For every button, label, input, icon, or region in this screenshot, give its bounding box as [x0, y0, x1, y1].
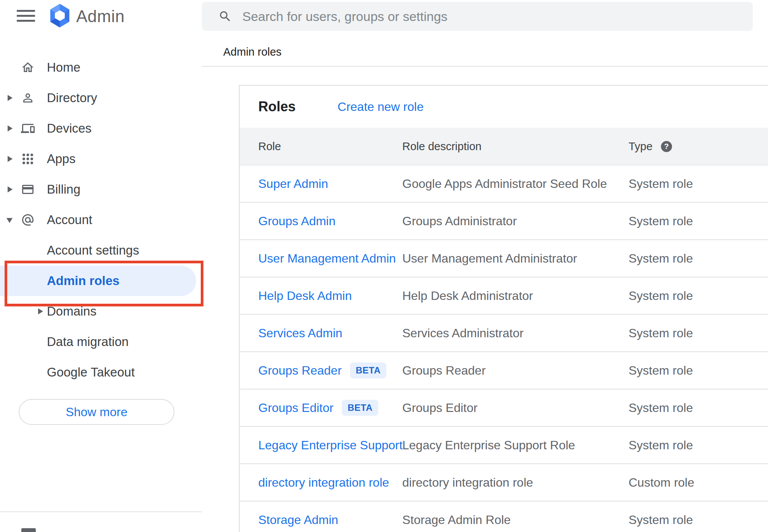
roles-panel: Roles Create new role Role Role descript…	[239, 85, 768, 532]
role-link[interactable]: Super Admin	[258, 165, 328, 202]
column-header-description: Role description	[402, 128, 482, 165]
column-header-role: Role	[258, 128, 281, 165]
role-description: Google Apps Administrator Seed Role	[402, 165, 607, 202]
panel-title: Roles	[258, 99, 296, 115]
table-row: directory integration role directory int…	[240, 464, 768, 502]
home-icon	[21, 61, 35, 74]
table-row: Groups Editor BETA Groups Editor System …	[240, 389, 768, 427]
admin-console-page: Admin Admin roles Home Directory Devices	[0, 0, 768, 532]
show-more-button[interactable]: Show more	[19, 399, 174, 425]
search-input[interactable]	[242, 9, 753, 24]
beta-badge: BETA	[342, 400, 378, 416]
apps-grid-icon	[21, 152, 35, 166]
role-type: System role	[629, 352, 693, 389]
role-type: System role	[629, 240, 693, 277]
collapse-down-icon[interactable]	[6, 218, 13, 223]
role-description: Legacy Enterprise Support Role	[402, 427, 575, 463]
table-row: Storage Admin Storage Admin Role System …	[240, 502, 768, 532]
sidebar-item-domains[interactable]: Domains	[0, 296, 202, 327]
person-icon	[21, 91, 35, 105]
sidebar-item-account-settings[interactable]: Account settings	[0, 235, 202, 266]
role-description: Groups Administrator	[402, 203, 517, 239]
role-link[interactable]: Legacy Enterprise Support	[258, 427, 403, 463]
beta-badge: BETA	[350, 362, 387, 378]
role-type: System role	[629, 502, 693, 532]
role-type: System role	[629, 315, 693, 351]
role-link[interactable]: Help Desk Admin	[258, 277, 352, 314]
role-description: Help Desk Administrator	[402, 277, 533, 314]
breadcrumb-divider	[202, 66, 768, 67]
table-row: Groups Admin Groups Administrator System…	[240, 203, 768, 240]
sidebar-item-apps[interactable]: Apps	[0, 144, 202, 174]
expand-right-icon[interactable]	[8, 125, 13, 131]
role-description: Groups Editor	[402, 389, 477, 426]
expand-right-icon[interactable]	[8, 186, 13, 192]
roles-table-body: Super Admin Google Apps Administrator Se…	[240, 165, 768, 532]
sidebar-item-account[interactable]: Account	[0, 205, 202, 235]
sidebar-item-devices[interactable]: Devices	[0, 113, 202, 144]
table-header-row: Role Role description Type ?	[240, 128, 768, 165]
table-row: Groups Reader BETA Groups Reader System …	[240, 352, 768, 389]
expand-right-icon[interactable]	[8, 95, 13, 101]
breadcrumb: Admin roles	[223, 46, 282, 58]
table-row: Help Desk Admin Help Desk Administrator …	[240, 277, 768, 315]
table-row: Services Admin Services Administrator Sy…	[240, 315, 768, 352]
role-type: System role	[629, 203, 693, 239]
role-link-with-badge[interactable]: Groups Reader BETA	[258, 352, 386, 389]
sidebar-item-directory[interactable]: Directory	[0, 83, 202, 113]
role-type: System role	[629, 427, 693, 463]
expand-right-icon[interactable]	[8, 156, 13, 162]
column-header-type: Type ?	[629, 128, 672, 165]
sidebar-item-data-migration[interactable]: Data migration	[0, 327, 202, 357]
role-type: System role	[629, 389, 693, 426]
help-icon[interactable]: ?	[661, 141, 672, 152]
table-row: Super Admin Google Apps Administrator Se…	[240, 165, 768, 203]
sidebar-divider	[0, 511, 202, 512]
admin-hexagon-icon	[49, 3, 71, 29]
role-description: User Management Administrator	[402, 240, 577, 277]
create-new-role-link[interactable]: Create new role	[338, 100, 424, 114]
sidebar-item-home[interactable]: Home	[0, 52, 202, 83]
role-description: Services Administrator	[402, 315, 523, 351]
search-bar[interactable]	[202, 2, 753, 31]
role-type: Custom role	[629, 464, 694, 501]
at-icon	[21, 213, 35, 227]
sidebar-item-admin-roles[interactable]: Admin roles	[0, 266, 202, 296]
partial-clipped-icon	[21, 528, 36, 532]
role-link[interactable]: Storage Admin	[258, 502, 338, 532]
roles-panel-header: Roles Create new role	[240, 86, 768, 128]
logo-text: Admin	[76, 7, 125, 26]
menu-icon[interactable]	[17, 10, 35, 22]
expand-right-icon[interactable]	[38, 308, 43, 314]
role-link[interactable]: Groups Admin	[258, 203, 336, 239]
table-row: Legacy Enterprise Support Legacy Enterpr…	[240, 427, 768, 464]
role-type: System role	[629, 165, 693, 202]
admin-logo[interactable]: Admin	[49, 4, 125, 29]
role-link-with-badge[interactable]: Groups Editor BETA	[258, 389, 378, 426]
sidebar-item-billing[interactable]: Billing	[0, 174, 202, 205]
credit-card-icon	[21, 183, 35, 196]
search-icon	[218, 10, 232, 23]
role-description: directory integration role	[402, 464, 533, 501]
table-row: User Management Admin User Management Ad…	[240, 240, 768, 277]
role-description: Storage Admin Role	[402, 502, 511, 532]
sidebar-item-google-takeout[interactable]: Google Takeout	[0, 357, 202, 388]
role-description: Groups Reader	[402, 352, 486, 389]
role-link[interactable]: directory integration role	[258, 464, 389, 501]
role-type: System role	[629, 277, 693, 314]
role-link[interactable]: User Management Admin	[258, 240, 396, 277]
role-link[interactable]: Services Admin	[258, 315, 342, 351]
devices-icon	[21, 122, 35, 135]
